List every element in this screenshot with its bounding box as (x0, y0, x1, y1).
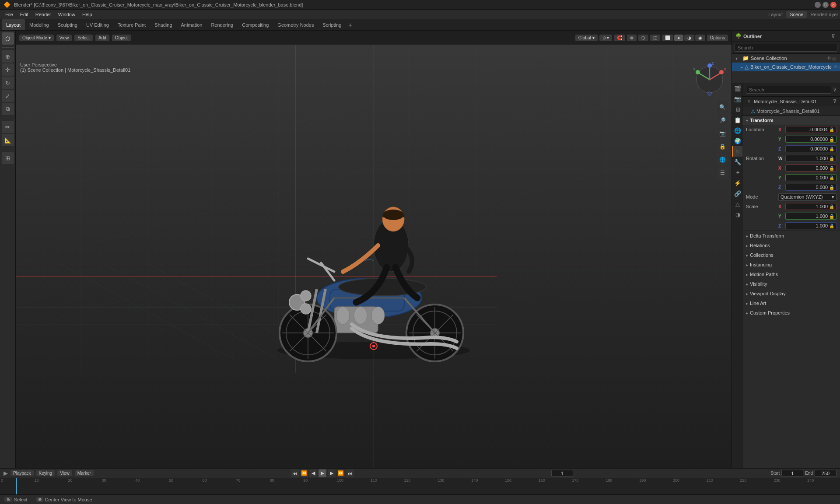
tab-compositing[interactable]: Compositing (238, 19, 273, 30)
viewport-select-btn[interactable]: Select (74, 35, 93, 41)
tool-move[interactable]: ✛ (2, 63, 14, 76)
location-x-field[interactable]: -0.00004 🔒 (785, 126, 836, 133)
rotation-y-field[interactable]: 0.000 🔒 (785, 174, 836, 181)
next-keyframe-btn[interactable]: ⏩ (337, 469, 345, 477)
visibility-section[interactable]: ▸ Visibility (742, 279, 840, 289)
outliner-eye-btn[interactable]: 👁 (826, 56, 831, 61)
prop-tab-view[interactable]: 📋 (732, 115, 742, 125)
scale-z-field[interactable]: 1.000 🔒 (785, 222, 836, 229)
transform-orientation[interactable]: Global ▾ (575, 35, 598, 41)
viewport-display-section[interactable]: ▸ Viewport Display (742, 289, 840, 298)
tab-sculpting[interactable]: Sculpting (53, 19, 82, 30)
view-btn[interactable]: View (57, 470, 72, 476)
rotation-z-lock[interactable]: 🔒 (829, 185, 834, 190)
play-btn[interactable]: ▶ (318, 469, 326, 477)
overlay-btn[interactable]: ⬡ (638, 35, 648, 41)
end-frame-field[interactable]: 250 (815, 470, 836, 477)
timeline-type-icon[interactable]: ▶ (4, 470, 8, 476)
tool-select[interactable]: ⬡ (2, 32, 14, 45)
properties-filter-icon[interactable]: ⊽ (833, 87, 836, 93)
tab-geometry-nodes[interactable]: Geometry Nodes (273, 19, 318, 30)
viewport-add-btn[interactable]: Add (95, 35, 109, 41)
zoom-out-btn[interactable]: 🔎 (717, 115, 728, 126)
prev-frame-btn[interactable]: ◀ (309, 469, 317, 477)
outliner-search-input[interactable] (735, 44, 837, 52)
scale-x-lock[interactable]: 🔒 (829, 204, 834, 209)
shading-wireframe[interactable]: ⬜ (662, 35, 673, 41)
shading-solid[interactable]: ● (674, 35, 683, 41)
marker-btn[interactable]: Marker (75, 470, 94, 476)
camera-btn[interactable]: 📷 (717, 128, 728, 139)
scene-selector[interactable]: Scene (786, 11, 807, 18)
rotation-y-lock[interactable]: 🔒 (829, 175, 834, 180)
menu-file[interactable]: File (2, 11, 17, 18)
viewport-gizmo[interactable]: X Y Z (692, 62, 727, 97)
tab-rendering[interactable]: Rendering (206, 19, 238, 30)
current-frame-field[interactable]: 1 (551, 470, 573, 477)
viewport-object-btn[interactable]: Object (112, 35, 131, 41)
zoom-in-btn[interactable]: 🔍 (717, 102, 728, 113)
menu-window[interactable]: Window (55, 11, 79, 18)
rotation-x-lock[interactable]: 🔒 (829, 166, 834, 171)
prop-tab-constraints[interactable]: 🔗 (732, 188, 742, 199)
jump-end-btn[interactable]: ⏭ (346, 469, 354, 477)
collections-section[interactable]: ▸ Collections (742, 250, 840, 260)
tool-annotate[interactable]: ✏ (2, 121, 14, 133)
rotation-z-field[interactable]: 0.000 🔒 (785, 184, 836, 191)
outliner-restrict-btn[interactable]: ◎ (832, 56, 836, 61)
tab-shading[interactable]: Shading (150, 19, 176, 30)
prev-keyframe-btn[interactable]: ⏪ (300, 469, 308, 477)
mode-selector[interactable]: Object Mode ▾ (19, 35, 54, 41)
object-name-filter-icon[interactable]: ⊽ (833, 98, 836, 104)
tool-scale[interactable]: ⤢ (2, 90, 14, 102)
xray-btn[interactable]: ◫ (650, 35, 660, 41)
location-y-lock[interactable]: 🔒 (829, 137, 834, 142)
tool-measure[interactable]: 📐 (2, 134, 14, 146)
tab-scripting[interactable]: Scripting (318, 19, 346, 30)
location-x-lock[interactable]: 🔒 (829, 127, 834, 132)
shading-material[interactable]: ◑ (684, 35, 694, 41)
prop-tab-output[interactable]: 🖥 (732, 104, 742, 115)
viewport[interactable]: Object Mode ▾ View Select Add Object Glo… (16, 31, 732, 468)
viewport-canvas[interactable]: User Perspective (1) Scene Collection | … (16, 45, 732, 468)
world-view-btn[interactable]: 🌐 (717, 154, 728, 165)
minimize-button[interactable]: ─ (815, 2, 821, 8)
viewport-view-btn[interactable]: View (56, 35, 72, 41)
outliner-bike-item[interactable]: ▸ △ Biker_on_Classic_Cruiser_Motorcycle … (732, 63, 840, 71)
tool-cursor[interactable]: ⊕ (2, 50, 14, 63)
prop-tab-particles[interactable]: ✦ (732, 167, 742, 178)
motion-paths-section[interactable]: ▸ Motion Paths (742, 270, 840, 279)
scale-y-field[interactable]: 1.000 🔒 (785, 213, 836, 220)
shading-render[interactable]: ◉ (695, 35, 705, 41)
location-z-field[interactable]: 0.00000 🔒 (785, 145, 836, 152)
tab-texture-paint[interactable]: Texture Paint (113, 19, 150, 30)
scale-z-lock[interactable]: 🔒 (829, 224, 834, 228)
location-y-field[interactable]: 0.00000 🔒 (785, 136, 836, 143)
keying-btn[interactable]: Keying (36, 470, 55, 476)
pivot-point[interactable]: ⊙ ▾ (599, 35, 612, 41)
line-art-section[interactable]: ▸ Line Art (742, 298, 840, 308)
prop-tab-material[interactable]: ◑ (732, 209, 742, 220)
prop-tab-object-data[interactable]: △ (732, 199, 742, 209)
outliner-filter-btn[interactable]: ⊽ (830, 33, 836, 40)
outliner-sub-eye-btn[interactable]: 👁 (833, 64, 838, 70)
timeline-scrubber[interactable]: 0102030405060708090100110120130140150160… (0, 478, 840, 494)
snap-toggle[interactable]: 🧲 (614, 35, 625, 41)
proportional-edit[interactable]: ⊗ (627, 35, 637, 41)
prop-tab-physics[interactable]: ⚡ (732, 178, 742, 188)
properties-search-input[interactable] (746, 86, 831, 94)
menu-edit[interactable]: Edit (17, 11, 32, 18)
tool-add[interactable]: ⊞ (2, 152, 14, 164)
rotation-w-field[interactable]: 1.000 🔒 (785, 155, 836, 162)
tool-rotate[interactable]: ↻ (2, 77, 14, 89)
location-z-lock[interactable]: 🔒 (829, 147, 834, 151)
rotation-mode-field[interactable]: Quaternion (WXYZ) ▾ (778, 193, 836, 201)
outliner-scene-collection[interactable]: ▾ 📁 Scene Collection 👁 ◎ (732, 54, 840, 63)
prop-tab-render[interactable]: 📷 (732, 94, 742, 104)
menu-render[interactable]: Render (32, 11, 55, 18)
relations-section[interactable]: ▸ Relations (742, 241, 840, 250)
tab-layout[interactable]: Layout (2, 19, 25, 30)
tab-modeling[interactable]: Modeling (25, 19, 53, 30)
playback-btn[interactable]: Playback (10, 470, 34, 476)
prop-tab-object[interactable]: ◾ (732, 146, 742, 157)
